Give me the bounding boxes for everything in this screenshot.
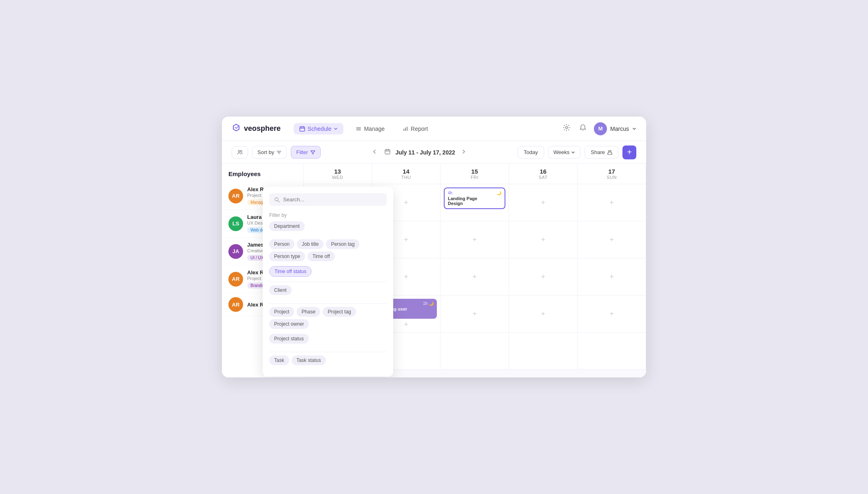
day-number: 17	[582, 168, 641, 175]
svg-rect-16	[385, 150, 390, 154]
cal-cell: +	[441, 296, 509, 332]
add-cell-button[interactable]: +	[472, 273, 477, 281]
cal-cell: +	[509, 221, 578, 258]
avatar: LS	[228, 216, 243, 231]
employees-button[interactable]	[232, 146, 248, 159]
day-number: 13	[308, 168, 367, 175]
avatar: M	[594, 122, 607, 135]
share-icon	[607, 150, 612, 155]
person-filters: Person Job title Person tag Person type …	[269, 239, 387, 261]
filter-tag-time-off-status[interactable]: Time off status	[269, 266, 312, 277]
cal-cell: +	[578, 221, 646, 258]
cal-cell: +	[578, 184, 646, 221]
search-box	[269, 193, 387, 206]
add-cell-button[interactable]: +	[472, 236, 477, 244]
cal-cell	[509, 333, 578, 369]
task-time: 4h	[448, 191, 452, 195]
filter-tag-task[interactable]: Task	[269, 355, 289, 365]
filter-tag-person[interactable]: Person	[269, 239, 294, 249]
filter-tag-project[interactable]: Project	[269, 307, 294, 317]
weeks-button[interactable]: Weeks	[548, 146, 581, 159]
client-filter-button[interactable]: Client	[269, 285, 292, 295]
day-name: SAT	[514, 175, 572, 180]
cal-cell: 4h 🌙 Landing PageDesign	[441, 184, 509, 221]
filter-by-label: Filter by	[269, 212, 387, 218]
add-cell-button[interactable]: +	[609, 310, 614, 318]
add-cell-button[interactable]: +	[609, 273, 614, 281]
add-cell-button[interactable]: +	[541, 236, 545, 244]
sort-by-button[interactable]: Sort by	[252, 146, 287, 159]
cal-day-wed: 13 WED	[303, 164, 372, 184]
gear-icon	[563, 124, 570, 131]
nav-manage[interactable]: Manage	[350, 123, 390, 135]
filter-tag-phase[interactable]: Phase	[297, 307, 320, 317]
task-filters: Task Task status	[269, 355, 387, 365]
department-section: Department	[269, 221, 387, 234]
cal-cell: +	[509, 296, 578, 332]
cal-cell: +	[441, 221, 509, 258]
notifications-button[interactable]	[578, 122, 588, 135]
today-button[interactable]: Today	[518, 146, 544, 159]
add-cell-button[interactable]: +	[404, 236, 408, 244]
task-card[interactable]: 4h 🌙 Landing PageDesign	[444, 187, 505, 209]
svg-rect-9	[407, 127, 407, 131]
nav-schedule[interactable]: Schedule	[294, 123, 343, 135]
logo: veosphere	[232, 123, 281, 134]
toolbar: Sort by Filter	[222, 141, 646, 164]
add-cell-button[interactable]: +	[541, 273, 545, 281]
filter-tag-person-tag[interactable]: Person tag	[326, 239, 359, 249]
share-button[interactable]: Share	[585, 146, 618, 159]
cal-day-thu: 14 THU	[372, 164, 441, 184]
project-status-filter-button[interactable]: Project status	[269, 334, 309, 344]
user-chevron-icon	[632, 127, 636, 131]
nav-report[interactable]: Report	[397, 123, 434, 135]
add-cell-button[interactable]: +	[541, 310, 545, 318]
date-navigation: July 11 - July 17, 2022	[369, 147, 469, 158]
add-cell-button[interactable]: +	[541, 198, 545, 207]
department-filter-button[interactable]: Department	[269, 221, 305, 231]
svg-rect-8	[405, 128, 406, 131]
filter-divider-3	[269, 352, 387, 352]
calendar-button[interactable]	[383, 147, 392, 158]
user-name: Marcus	[610, 126, 629, 132]
filter-tag-job-title[interactable]: Job title	[297, 239, 323, 249]
cal-day-fri: 15 FRI	[441, 164, 509, 184]
header: veosphere Schedule Manage	[222, 117, 646, 141]
prev-date-button[interactable]	[369, 148, 380, 157]
filter-divider	[269, 282, 387, 282]
cal-cell: +	[509, 184, 578, 221]
settings-button[interactable]	[561, 122, 572, 135]
avatar: JA	[228, 244, 243, 259]
task-title: Landing PageDesign	[448, 196, 501, 206]
filter-tag-project-tag[interactable]: Project tag	[323, 307, 356, 317]
filter-tag-time-off[interactable]: Time off	[308, 251, 335, 261]
svg-point-20	[275, 198, 278, 201]
add-cell-button[interactable]: +	[404, 198, 408, 207]
filter-tag-project-owner[interactable]: Project owner	[269, 319, 309, 329]
report-icon	[403, 126, 408, 132]
day-name: THU	[377, 175, 435, 180]
filter-dropdown: Filter by Department Person Job title Pe…	[263, 187, 393, 377]
add-cell-button[interactable]: +	[472, 310, 477, 318]
main-content: Employees AR Alex Romero Project Manager…	[222, 164, 646, 377]
svg-point-12	[240, 150, 242, 152]
avatar: AR	[228, 297, 243, 312]
task-moon: 🌙	[496, 191, 501, 195]
user-menu-button[interactable]: M Marcus	[594, 122, 636, 135]
add-cell-button[interactable]: +	[609, 198, 614, 207]
filter-button[interactable]: Filter	[291, 146, 321, 159]
add-button[interactable]: +	[622, 146, 636, 159]
header-right: M Marcus	[561, 122, 636, 135]
cal-cell: +	[441, 258, 509, 295]
day-number: 14	[377, 168, 435, 175]
cal-cell: +	[509, 258, 578, 295]
today-label: Today	[524, 149, 538, 155]
filter-tag-task-status[interactable]: Task status	[292, 355, 326, 365]
search-input[interactable]	[283, 196, 382, 203]
schedule-label: Schedule	[308, 126, 331, 132]
next-date-button[interactable]	[458, 148, 469, 157]
add-cell-button[interactable]: +	[609, 236, 614, 244]
filter-tag-person-type[interactable]: Person type	[269, 251, 305, 261]
manage-label: Manage	[364, 126, 385, 132]
add-cell-button[interactable]: +	[404, 273, 408, 281]
